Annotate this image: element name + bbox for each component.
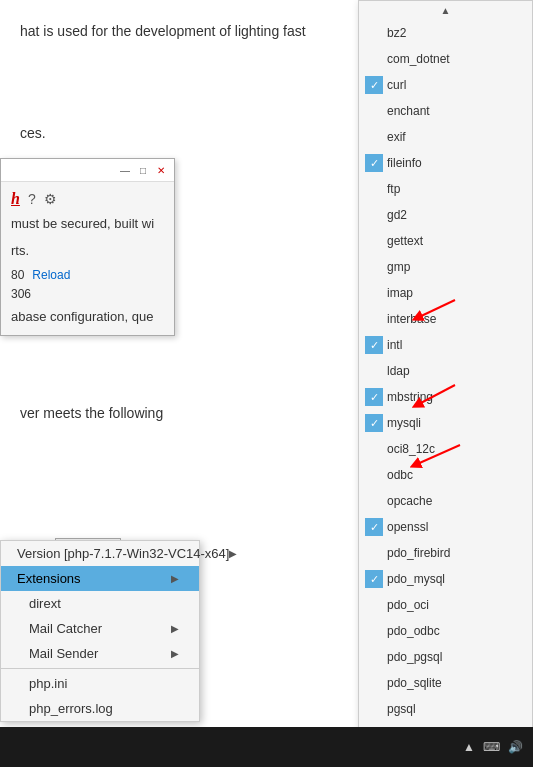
dropdown-item-label-enchant: enchant [387, 104, 430, 118]
icon-row: h ? ⚙ [11, 190, 164, 208]
dropdown-item-exif[interactable]: exif [359, 124, 532, 150]
dropdown-item-pgsql[interactable]: pgsql [359, 696, 532, 722]
dropdown-item-pdo_firebird[interactable]: pdo_firebird [359, 540, 532, 566]
dropdown-item-enchant[interactable]: enchant [359, 98, 532, 124]
extensions-dropdown[interactable]: ▲ bz2com_dotnet✓curlenchantexif✓fileinfo… [358, 0, 533, 730]
check-icon-openssl: ✓ [365, 518, 383, 536]
check-icon-intl: ✓ [365, 336, 383, 354]
mail-catcher-label: Mail Catcher [29, 621, 102, 636]
dropdown-item-odbc[interactable]: odbc [359, 462, 532, 488]
dropdown-item-com_dotnet[interactable]: com_dotnet [359, 46, 532, 72]
small-window: — □ ✕ h ? ⚙ must be secured, built wi rt… [0, 158, 175, 336]
nocheck-ftp [365, 180, 383, 198]
window-maximize-button[interactable]: □ [136, 163, 150, 177]
bg-line2: ces. [20, 122, 340, 144]
menu-item-mail-catcher[interactable]: Mail Catcher ▶ [1, 616, 199, 641]
scroll-up[interactable]: ▲ [359, 1, 532, 20]
dropdown-item-interbase[interactable]: interbase [359, 306, 532, 332]
nocheck-gmp [365, 258, 383, 276]
reload-link[interactable]: Reload [32, 268, 70, 282]
window-text1-content: must be secured, built wi [11, 216, 154, 231]
nocheck-pdo_pgsql [365, 648, 383, 666]
menu-item-dirext[interactable]: dirext [1, 591, 199, 616]
version-arrow: ▶ [229, 548, 237, 559]
dropdown-item-pdo_oci[interactable]: pdo_oci [359, 592, 532, 618]
dropdown-item-label-pdo_pgsql: pdo_pgsql [387, 650, 442, 664]
nocheck-bz2 [365, 24, 383, 42]
php-ini-label: php.ini [29, 676, 67, 691]
php-errors-label: php_errors.log [29, 701, 113, 716]
check-icon-pdo_mysql: ✓ [365, 570, 383, 588]
check-icon-curl: ✓ [365, 76, 383, 94]
dropdown-item-pdo_mysql[interactable]: ✓pdo_mysql [359, 566, 532, 592]
dropdown-item-mysqli[interactable]: ✓mysqli [359, 410, 532, 436]
dropdown-item-ldap[interactable]: ldap [359, 358, 532, 384]
nocheck-ldap [365, 362, 383, 380]
dropdown-item-label-com_dotnet: com_dotnet [387, 52, 450, 66]
window-text1: must be secured, built wi [11, 214, 164, 235]
nocheck-gettext [365, 232, 383, 250]
dropdown-item-intl[interactable]: ✓intl [359, 332, 532, 358]
window-minimize-button[interactable]: — [118, 163, 132, 177]
taskbar: ▲ ⌨ 🔊 [0, 727, 533, 767]
dropdown-item-label-mbstring: mbstring [387, 390, 433, 404]
nocheck-pdo_odbc [365, 622, 383, 640]
dropdown-item-fileinfo[interactable]: ✓fileinfo [359, 150, 532, 176]
taskbar-icons: ▲ ⌨ 🔊 [463, 740, 523, 754]
dropdown-item-opcache[interactable]: opcache [359, 488, 532, 514]
bg-line2-text: ces. [20, 125, 46, 141]
dropdown-item-imap[interactable]: imap [359, 280, 532, 306]
dropdown-item-gd2[interactable]: gd2 [359, 202, 532, 228]
taskbar-volume-icon: 🔊 [508, 740, 523, 754]
dropdown-item-label-ldap: ldap [387, 364, 410, 378]
dropdown-item-ftp[interactable]: ftp [359, 176, 532, 202]
dropdown-item-label-pgsql: pgsql [387, 702, 416, 716]
nocheck-interbase [365, 310, 383, 328]
dropdown-item-label-opcache: opcache [387, 494, 432, 508]
nocheck-imap [365, 284, 383, 302]
nocheck-pdo_firebird [365, 544, 383, 562]
dropdown-item-mbstring[interactable]: ✓mbstring [359, 384, 532, 410]
menu-item-php-ini[interactable]: php.ini [1, 671, 199, 696]
check-icon-mbstring: ✓ [365, 388, 383, 406]
small-window-titlebar: — □ ✕ [1, 159, 174, 182]
port-row: 80 Reload [11, 268, 164, 282]
check-icon-fileinfo: ✓ [365, 154, 383, 172]
check-icon-mysqli: ✓ [365, 414, 383, 432]
gear-icon: ⚙ [44, 191, 57, 207]
small-window-body: h ? ⚙ must be secured, built wi rts. 80 … [1, 182, 174, 335]
port-306: 306 [11, 287, 31, 301]
dropdown-item-label-gmp: gmp [387, 260, 410, 274]
port-80: 80 [11, 268, 24, 282]
menu-item-mail-sender[interactable]: Mail Sender ▶ [1, 641, 199, 666]
window-text3: abase configuration, que [11, 307, 164, 328]
dropdown-item-label-pdo_firebird: pdo_firebird [387, 546, 450, 560]
dropdown-item-gmp[interactable]: gmp [359, 254, 532, 280]
nocheck-enchant [365, 102, 383, 120]
dropdown-item-label-pdo_sqlite: pdo_sqlite [387, 676, 442, 690]
menu-item-extensions[interactable]: Extensions ▶ [1, 566, 199, 591]
window-close-button[interactable]: ✕ [154, 163, 168, 177]
nocheck-com_dotnet [365, 50, 383, 68]
menu-item-php-errors[interactable]: php_errors.log [1, 696, 199, 721]
extensions-label: Extensions [17, 571, 81, 586]
dropdown-item-gettext[interactable]: gettext [359, 228, 532, 254]
dropdown-item-oci8_12c[interactable]: oci8_12c [359, 436, 532, 462]
nocheck-opcache [365, 492, 383, 510]
dropdown-item-curl[interactable]: ✓curl [359, 72, 532, 98]
menu-item-version[interactable]: Version [php-7.1.7-Win32-VC14-x64] ▶ [1, 541, 199, 566]
window-text2-content: rts. [11, 243, 29, 258]
dropdown-item-bz2[interactable]: bz2 [359, 20, 532, 46]
dirext-label: dirext [29, 596, 61, 611]
dropdown-item-openssl[interactable]: ✓openssl [359, 514, 532, 540]
dropdown-item-pdo_odbc[interactable]: pdo_odbc [359, 618, 532, 644]
dropdown-item-label-fileinfo: fileinfo [387, 156, 422, 170]
dropdown-item-label-exif: exif [387, 130, 406, 144]
dropdown-item-label-gd2: gd2 [387, 208, 407, 222]
taskbar-keyboard-icon: ⌨ [483, 740, 500, 754]
bg-line3-text: ver meets the following [20, 405, 163, 421]
dropdown-item-pdo_sqlite[interactable]: pdo_sqlite [359, 670, 532, 696]
dropdown-item-label-mysqli: mysqli [387, 416, 421, 430]
nocheck-oci8_12c [365, 440, 383, 458]
dropdown-item-pdo_pgsql[interactable]: pdo_pgsql [359, 644, 532, 670]
